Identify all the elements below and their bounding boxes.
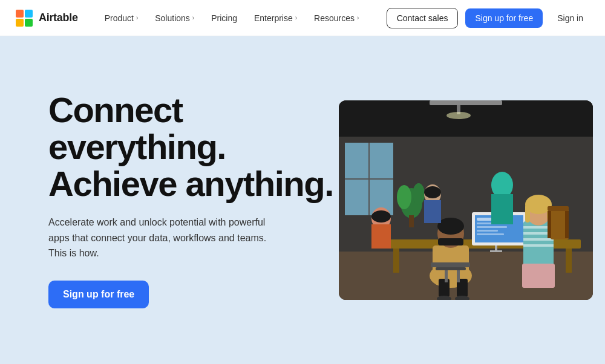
- svg-rect-1: [25, 10, 33, 18]
- navbar: Airtable Product › Solutions › Pricing E…: [0, 0, 605, 36]
- nav-actions: Contact sales Sign up for free Sign in: [387, 8, 590, 28]
- logo-link[interactable]: Airtable: [15, 8, 78, 28]
- svg-point-13: [413, 183, 425, 205]
- svg-point-30: [437, 218, 464, 235]
- nav-resources-label: Resources: [314, 13, 355, 23]
- hero-office-image: [339, 100, 593, 300]
- svg-rect-40: [523, 244, 554, 247]
- svg-rect-62: [430, 100, 502, 105]
- nav-solutions-label: Solutions: [155, 13, 190, 23]
- svg-rect-51: [371, 224, 391, 249]
- svg-rect-14: [409, 215, 414, 227]
- svg-rect-22: [477, 226, 507, 228]
- signup-free-nav-button[interactable]: Sign up for free: [465, 8, 543, 28]
- chevron-icon-enterprise: ›: [295, 15, 297, 21]
- svg-rect-17: [566, 249, 572, 273]
- svg-point-52: [371, 210, 391, 223]
- svg-rect-61: [491, 194, 513, 224]
- svg-rect-39: [523, 238, 554, 241]
- svg-rect-46: [431, 262, 470, 267]
- nav-item-product[interactable]: Product ›: [97, 10, 146, 27]
- svg-rect-16: [393, 249, 399, 273]
- nav-item-resources[interactable]: Resources ›: [307, 10, 366, 27]
- svg-point-64: [446, 112, 471, 119]
- svg-rect-2: [16, 19, 24, 27]
- office-scene-svg: [339, 100, 593, 300]
- hero-content: Connect everything. Achieve anything. Ac…: [48, 92, 339, 308]
- hero-image-area: [339, 100, 593, 300]
- svg-rect-23: [477, 230, 498, 232]
- chevron-icon-product: ›: [136, 15, 138, 21]
- svg-rect-32: [439, 279, 450, 297]
- svg-rect-5: [339, 100, 593, 137]
- hero-subtext: Accelerate work and unlock potential wit…: [48, 215, 278, 261]
- svg-rect-47: [436, 267, 466, 270]
- chevron-icon-solutions: ›: [192, 15, 194, 21]
- airtable-logo-icon: [15, 8, 34, 28]
- brand-name: Airtable: [39, 11, 78, 24]
- svg-rect-57: [548, 206, 569, 211]
- svg-rect-59: [565, 211, 569, 238]
- chevron-icon-resources: ›: [357, 15, 359, 21]
- nav-enterprise-label: Enterprise: [254, 13, 293, 23]
- nav-item-enterprise[interactable]: Enterprise ›: [247, 10, 304, 27]
- svg-rect-26: [490, 250, 502, 252]
- svg-rect-44: [525, 204, 530, 223]
- svg-rect-3: [25, 19, 33, 27]
- nav-links: Product › Solutions › Pricing Enterprise…: [97, 10, 387, 27]
- nav-item-pricing[interactable]: Pricing: [204, 10, 244, 27]
- svg-point-55: [424, 186, 441, 198]
- nav-item-solutions[interactable]: Solutions ›: [148, 10, 201, 27]
- contact-sales-button[interactable]: Contact sales: [387, 8, 459, 28]
- signup-free-hero-button[interactable]: Sign up for free: [48, 281, 149, 308]
- svg-rect-58: [548, 211, 551, 238]
- svg-rect-24: [477, 233, 504, 235]
- hero-section: Connect everything. Achieve anything. Ac…: [0, 36, 605, 364]
- nav-product-label: Product: [105, 13, 134, 23]
- svg-rect-31: [438, 238, 463, 245]
- hero-headline: Connect everything. Achieve anything.: [48, 92, 339, 203]
- svg-point-12: [397, 185, 411, 209]
- svg-rect-54: [424, 200, 441, 223]
- svg-rect-48: [445, 270, 448, 282]
- nav-pricing-label: Pricing: [211, 13, 237, 23]
- svg-rect-0: [16, 10, 24, 18]
- svg-rect-41: [522, 264, 555, 288]
- svg-rect-49: [457, 270, 460, 282]
- signin-button[interactable]: Sign in: [550, 8, 590, 28]
